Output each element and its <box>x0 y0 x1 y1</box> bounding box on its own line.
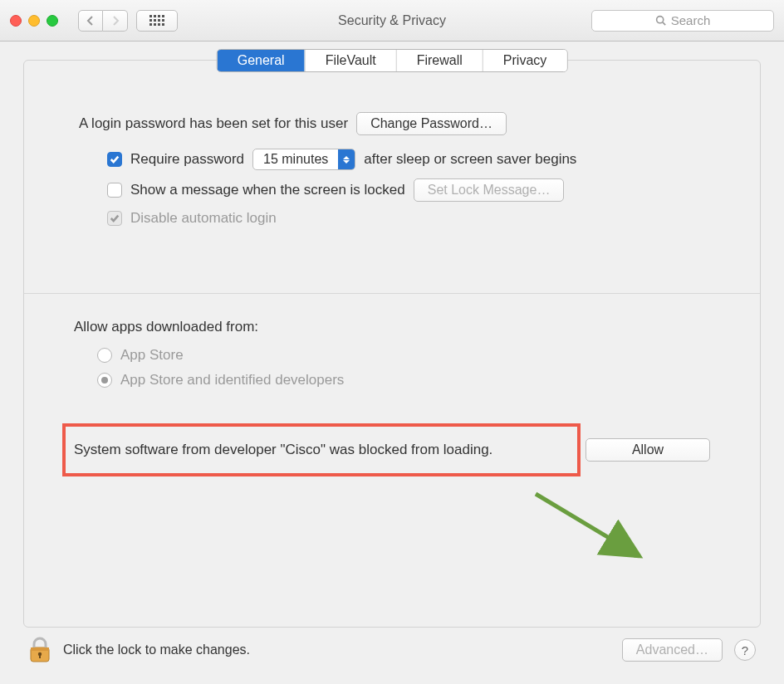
tab-firewall[interactable]: Firewall <box>396 50 483 71</box>
after-sleep-text: after sleep or screen saver begins <box>364 151 576 168</box>
radio-appstore <box>97 348 112 363</box>
password-set-text: A login password has been set for this u… <box>79 115 348 132</box>
chevron-left-icon <box>86 16 95 26</box>
main-panel: General FileVault Firewall Privacy A log… <box>23 60 761 628</box>
radio-appstore-label: App Store <box>120 347 184 364</box>
close-window-icon[interactable] <box>10 15 22 27</box>
password-set-row: A login password has been set for this u… <box>79 112 710 135</box>
require-password-row: Require password 15 minutes after sleep … <box>74 149 710 170</box>
radio-identified-row: App Store and identified developers <box>97 372 710 388</box>
tab-general[interactable]: General <box>218 50 305 71</box>
svg-line-2 <box>536 494 639 556</box>
tab-strip: General FileVault Firewall Privacy <box>217 49 568 72</box>
updown-chevrons-icon <box>338 149 355 169</box>
question-icon: ? <box>742 643 748 657</box>
show-message-row: Show a message when the screen is locked… <box>74 178 710 202</box>
blocked-software-text: System software from developer "Cisco" w… <box>74 442 492 458</box>
search-icon <box>655 15 666 26</box>
divider <box>24 293 760 294</box>
lock-icon[interactable] <box>28 636 51 664</box>
show-message-checkbox[interactable] <box>107 183 122 198</box>
password-delay-value: 15 minutes <box>253 152 338 167</box>
back-button[interactable] <box>78 10 103 32</box>
check-icon <box>110 213 120 223</box>
require-password-checkbox[interactable] <box>107 152 122 167</box>
nav-group <box>78 10 128 32</box>
chevron-right-icon <box>111 16 120 26</box>
window-title: Security & Privacy <box>338 13 446 28</box>
check-icon <box>110 154 120 164</box>
require-password-label: Require password <box>130 151 244 168</box>
svg-rect-4 <box>31 647 49 651</box>
show-message-label: Show a message when the screen is locked <box>130 182 405 198</box>
footer: Click the lock to make changes. Advanced… <box>23 628 761 672</box>
lock-text: Click the lock to make changes. <box>63 642 610 657</box>
search-input[interactable]: Search <box>591 10 774 32</box>
disable-autologin-checkbox <box>107 211 122 226</box>
annotation-arrow-icon <box>527 486 660 577</box>
svg-point-0 <box>656 17 663 23</box>
content-area: General FileVault Firewall Privacy A log… <box>0 42 784 684</box>
svg-rect-6 <box>39 654 41 658</box>
radio-identified <box>97 373 112 388</box>
disable-autologin-label: Disable automatic login <box>130 210 277 227</box>
toolbar: Security & Privacy Search <box>0 0 784 42</box>
minimize-window-icon[interactable] <box>28 15 40 27</box>
grid-icon <box>149 15 164 26</box>
show-all-button[interactable] <box>136 10 178 32</box>
blocked-software-row: System software from developer "Cisco" w… <box>74 438 710 462</box>
set-lock-message-button: Set Lock Message… <box>414 178 565 202</box>
traffic-lights <box>10 15 58 27</box>
disable-autologin-row: Disable automatic login <box>74 210 710 227</box>
search-placeholder: Search <box>671 13 711 27</box>
zoom-window-icon[interactable] <box>47 15 58 27</box>
forward-button[interactable] <box>103 10 128 32</box>
radio-appstore-row: App Store <box>97 347 710 364</box>
svg-line-1 <box>663 22 665 25</box>
help-button[interactable]: ? <box>734 639 756 661</box>
password-delay-select[interactable]: 15 minutes <box>252 149 355 170</box>
change-password-button[interactable]: Change Password… <box>356 112 507 135</box>
tab-privacy[interactable]: Privacy <box>483 50 566 71</box>
allow-button[interactable]: Allow <box>586 438 710 462</box>
radio-identified-label: App Store and identified developers <box>120 372 344 388</box>
tab-filevault[interactable]: FileVault <box>305 50 396 71</box>
allow-apps-label: Allow apps downloaded from: <box>74 319 710 335</box>
advanced-button[interactable]: Advanced… <box>622 638 723 662</box>
